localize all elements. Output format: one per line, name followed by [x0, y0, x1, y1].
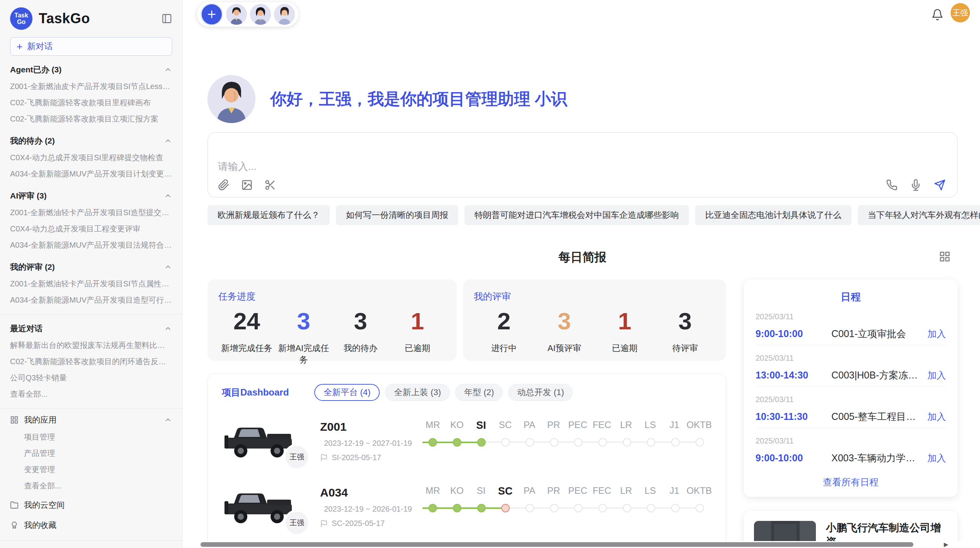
- section-header[interactable]: AI评审 (3): [10, 187, 172, 204]
- app-subitem[interactable]: 产品管理: [10, 445, 172, 461]
- image-icon[interactable]: [241, 179, 253, 191]
- project-row[interactable]: 王强 A034 2023-12-19 ~ 2026-01-19 SC-2025-…: [222, 478, 712, 536]
- app-subitem[interactable]: 查看全部...: [10, 478, 172, 494]
- recent-chat-item[interactable]: 查看全部...: [10, 386, 172, 402]
- sidebar-item[interactable]: C0X4-动力总成开发项目工程变更评审: [10, 221, 172, 237]
- sidebar-item[interactable]: A034-全新新能源MUV产品开发项目法规符合性评审: [10, 237, 172, 253]
- milestone-dot-cell: [421, 504, 445, 512]
- milestone-label: PEC: [566, 485, 590, 497]
- recent-chat-item[interactable]: 公司Q3轻卡销量: [10, 370, 172, 386]
- milestone-label: J1: [662, 420, 686, 432]
- section-header[interactable]: 我的待办 (2): [10, 132, 172, 149]
- sidebar-item[interactable]: C02-飞腾新能源轻客改款项目立项汇报方案: [10, 111, 172, 127]
- dashboard-tab[interactable]: 全新平台 (4): [314, 384, 380, 401]
- greeting-text: 你好，王强，我是你的项目管理助理 小识: [270, 88, 567, 110]
- milestone-labels: MRKOSISCPAPRPECFECLRLSJ1OKTB: [421, 485, 712, 497]
- sidebar-item-cloud-space[interactable]: 我的云空间: [10, 496, 172, 514]
- event-row: 9:00-10:00 C001-立项审批会 加入: [756, 327, 946, 340]
- new-chat-label: 新对话: [27, 41, 53, 52]
- section-header[interactable]: 我的评审 (2): [10, 259, 172, 276]
- sidebar-item[interactable]: C0X4-动力总成开发项目SI里程碑提交物检查: [10, 149, 172, 166]
- grid-icon: [10, 416, 19, 424]
- milestone-dot-cell: [639, 438, 663, 447]
- milestone-label: OKTB: [687, 420, 712, 432]
- event-join-link[interactable]: 加入: [927, 328, 946, 340]
- milestone-dot-cell: [687, 438, 712, 447]
- sidebar-item[interactable]: C02-飞腾新能源轻客改款项目里程碑画布: [10, 94, 172, 111]
- sidebar-item[interactable]: A034-全新新能源MUV产品开发项目造型可行性评审: [10, 292, 172, 308]
- suggestion-chip[interactable]: 欧洲新规最近颁布了什么？: [207, 205, 330, 225]
- stat: 3我的待办: [332, 304, 389, 366]
- my-apps-label: 我的应用: [24, 414, 57, 425]
- dashboard-tab[interactable]: 动总开发 (1): [508, 384, 573, 401]
- suggestion-chip[interactable]: 比亚迪全固态电池计划具体说了什么: [695, 205, 852, 225]
- dashboard-title: 项目Dashboard: [222, 386, 289, 399]
- send-button[interactable]: [934, 179, 946, 191]
- dashboard-tab[interactable]: 全新上装 (3): [385, 384, 450, 401]
- milestone-dot-cell: [518, 504, 542, 512]
- sidebar-item[interactable]: Z001-全新燃油轻卡产品开发项目SI节点属性5D文件评审: [10, 276, 172, 292]
- milestone-dots: [421, 438, 712, 447]
- suggestion-chip[interactable]: 当下年轻人对汽车外观有怎样的喜好趋势: [858, 205, 980, 225]
- event-title: X003-车辆动力学性能验...: [831, 452, 922, 464]
- suggestion-chips: 欧洲新规最近颁布了什么？如何写一份清晰的项目周报特朗普可能对进口汽车增税会对中国…: [207, 205, 958, 225]
- event-join-link[interactable]: 加入: [927, 369, 946, 382]
- layout-grid-icon[interactable]: [939, 251, 951, 262]
- stat-value: 3: [534, 307, 595, 335]
- paperclip-icon[interactable]: [218, 179, 230, 191]
- microphone-icon[interactable]: [910, 179, 922, 191]
- sidebar-item-ai-staff[interactable]: AI超级员工: [10, 543, 172, 548]
- milestone-line: [421, 434, 712, 452]
- app-subitem[interactable]: 变更管理: [10, 461, 172, 478]
- favorites-label: 我的收藏: [24, 520, 57, 531]
- section-header[interactable]: 最近对话: [10, 320, 172, 337]
- left-column: 任务进度24新增完成任务3新增AI完成任务3我的待办1已逾期我的评审2进行中3A…: [207, 279, 726, 548]
- sidebar-item-my-apps[interactable]: 我的应用: [10, 411, 172, 429]
- project-row[interactable]: 王强 Z001 2023-12-19 ~ 2027-01-19 SI-2025-…: [222, 413, 712, 470]
- stat: 3待评审: [655, 304, 715, 354]
- stat: 24新增完成任务: [218, 304, 275, 366]
- new-chat-button[interactable]: + 新对话: [10, 37, 172, 56]
- milestone-label: MR: [421, 485, 445, 497]
- milestone-dot: [647, 438, 655, 447]
- scissors-icon[interactable]: [264, 179, 276, 191]
- event-join-link[interactable]: 加入: [927, 411, 946, 423]
- stat-value: 3: [332, 307, 389, 335]
- sidebar-item[interactable]: Z001-全新燃油皮卡产品开发项目SI节点Lesson Learn报告: [10, 78, 172, 94]
- milestone-label: PA: [517, 420, 541, 432]
- recent-chat-item[interactable]: 解释最新出台的欧盟报废车法规再生塑料比例被调至15%...: [10, 337, 172, 353]
- award-icon: [10, 521, 19, 529]
- stat-label: 已逾期: [389, 342, 446, 354]
- app-subitem[interactable]: 项目管理: [10, 429, 172, 445]
- milestone-dot: [574, 504, 583, 512]
- schedule-event: 2025/03/11 9:00-10:00 X003-车辆动力学性能验... 加…: [756, 428, 946, 469]
- scrollbar-thumb[interactable]: [200, 542, 913, 547]
- suggestion-chip[interactable]: 如何写一份清晰的项目周报: [336, 205, 458, 225]
- view-all-schedule-link[interactable]: 查看所有日程: [756, 476, 946, 488]
- milestone-dot-cell: [421, 438, 445, 447]
- project-flag-text: SC-2025-05-17: [332, 519, 385, 528]
- suggestion-chip[interactable]: 特朗普可能对进口汽车增税会对中国车企造成哪些影响: [464, 205, 689, 225]
- sidebar-item-favorites[interactable]: 我的收藏: [10, 516, 172, 534]
- event-join-link[interactable]: 加入: [927, 452, 946, 464]
- phone-icon[interactable]: [886, 179, 898, 191]
- app-logo: Task Go: [10, 7, 33, 30]
- project-dates: 2023-12-19 ~ 2026-01-19: [320, 505, 410, 514]
- milestone-dot-cell: [493, 504, 518, 512]
- milestone-label: PR: [541, 485, 565, 497]
- chevron-up-icon: [164, 263, 172, 271]
- scrollbar-right-arrow[interactable]: ▶: [944, 541, 948, 548]
- assistant-avatar: [207, 75, 255, 123]
- chat-input-card[interactable]: 请输入...: [207, 132, 958, 197]
- stat-grid: 24新增完成任务3新增AI完成任务3我的待办1已逾期: [218, 304, 446, 366]
- section-header[interactable]: Agent已办 (3): [10, 61, 172, 78]
- sidebar-collapse-icon[interactable]: [161, 13, 172, 24]
- sidebar-item[interactable]: Z001-全新燃油轻卡产品开发项目SI造型提交物评审: [10, 204, 172, 221]
- daily-brief-title: 每日简报: [559, 250, 607, 264]
- dashboard-tab[interactable]: 年型 (2): [455, 384, 503, 401]
- milestone-dot-cell: [445, 504, 469, 512]
- milestone-line: [421, 500, 712, 517]
- logo-text-top: Task: [14, 12, 28, 19]
- recent-chat-item[interactable]: C02-飞腾新能源轻客改款项目的闭环通告反馈情况: [10, 353, 172, 370]
- sidebar-item[interactable]: A034-全新新能源MUV产品开发项目计划变更表编写: [10, 166, 172, 182]
